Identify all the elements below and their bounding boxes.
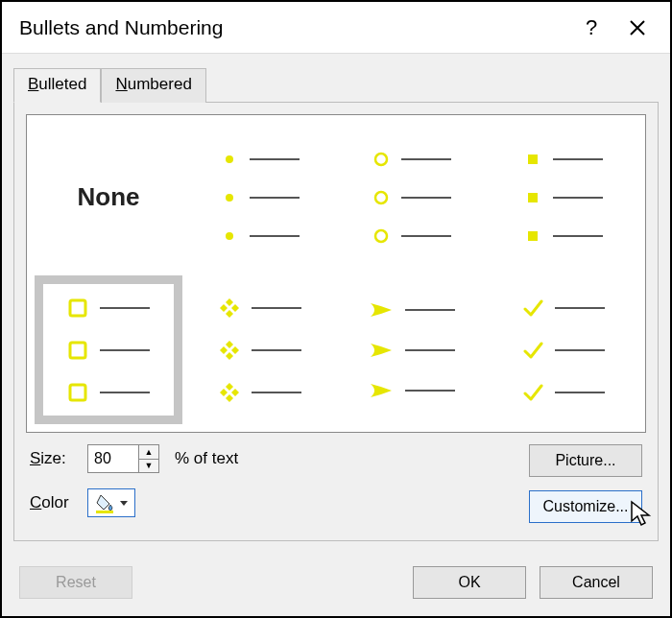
ok-button[interactable]: OK	[413, 566, 526, 599]
bullet-style-grid: None	[26, 114, 646, 433]
svg-point-0	[226, 155, 233, 163]
picture-button[interactable]: Picture...	[529, 444, 642, 477]
help-button[interactable]: ?	[568, 5, 614, 51]
reset-button: Reset	[19, 566, 132, 599]
dialog-title: Bullets and Numbering	[19, 16, 568, 39]
bullet-option-square-outline[interactable]	[35, 275, 182, 424]
svg-rect-12	[96, 511, 113, 513]
svg-rect-8	[528, 231, 538, 241]
bullet-option-arrowhead[interactable]	[338, 275, 486, 424]
svg-rect-6	[528, 154, 538, 164]
svg-rect-9	[70, 300, 85, 316]
tab-numbered[interactable]: Numbered	[101, 68, 205, 103]
svg-point-3	[375, 154, 387, 165]
svg-rect-7	[528, 193, 538, 202]
svg-point-2	[226, 232, 233, 240]
size-suffix: % of text	[175, 449, 238, 468]
customize-button[interactable]: Customize...	[529, 490, 642, 523]
size-input[interactable]	[88, 445, 138, 472]
bullet-option-dot[interactable]	[186, 123, 334, 272]
size-label: Size:	[30, 449, 78, 468]
tab-bulleted[interactable]: Bulleted	[13, 68, 101, 103]
bullets-numbering-dialog: Bullets and Numbering ? Bulleted Numbere…	[0, 0, 672, 618]
size-spin-up[interactable]: ▲	[139, 445, 158, 460]
paint-bucket-icon	[94, 492, 115, 513]
tab-panel: None	[13, 102, 659, 541]
svg-rect-11	[70, 385, 85, 400]
dropdown-caret-icon	[119, 498, 129, 508]
bullet-option-check[interactable]	[490, 275, 637, 424]
bullet-option-ring[interactable]	[338, 123, 486, 272]
color-picker[interactable]	[87, 488, 135, 517]
cancel-button[interactable]: Cancel	[540, 566, 653, 599]
color-label: Color	[30, 493, 78, 512]
svg-rect-10	[70, 343, 85, 358]
close-button[interactable]	[614, 5, 660, 51]
titlebar: Bullets and Numbering ?	[2, 2, 670, 54]
bullet-option-none[interactable]: None	[35, 123, 182, 272]
svg-point-1	[226, 194, 233, 202]
bullet-option-diamond4[interactable]	[186, 275, 334, 424]
tab-strip: Bulleted Numbered	[2, 54, 670, 102]
size-spin-down[interactable]: ▼	[139, 460, 158, 473]
svg-point-5	[375, 230, 387, 242]
svg-point-4	[375, 192, 387, 203]
bullet-option-square-solid[interactable]	[490, 123, 637, 272]
size-spinner[interactable]: ▲ ▼	[87, 444, 159, 473]
dialog-footer: Reset OK Cancel	[2, 553, 670, 616]
close-icon	[629, 19, 646, 36]
